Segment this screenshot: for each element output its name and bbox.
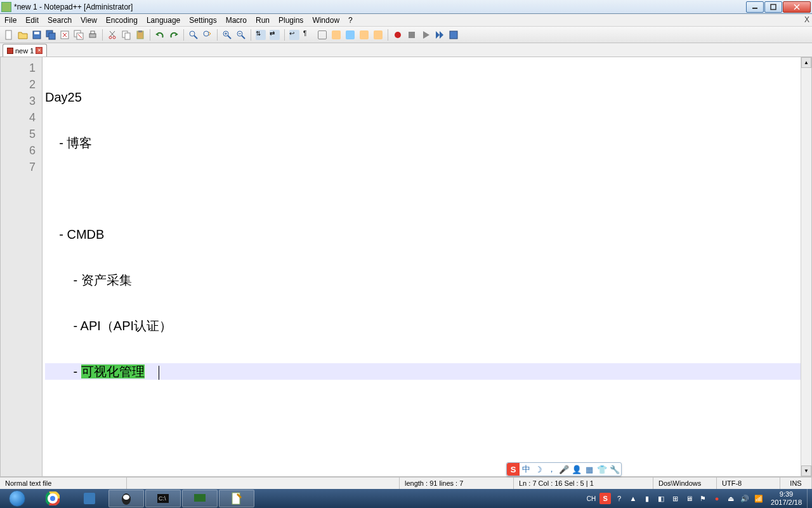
scroll-up-icon[interactable]: ▲ <box>801 57 811 68</box>
text-cursor <box>159 366 159 380</box>
vertical-scrollbar[interactable]: ▲ ▼ <box>801 57 811 476</box>
copy-icon[interactable] <box>120 29 133 41</box>
mdi-close-button[interactable]: X <box>804 15 809 24</box>
menu-run[interactable]: Run <box>251 14 274 27</box>
open-file-icon[interactable] <box>16 29 29 41</box>
find-icon[interactable] <box>187 29 200 41</box>
user-lang-icon[interactable] <box>330 29 343 41</box>
menu-plugins[interactable]: Plugins <box>274 14 308 27</box>
menu-search[interactable]: Search <box>43 14 76 27</box>
svg-line-26 <box>194 36 197 39</box>
close-all-icon[interactable] <box>72 29 85 41</box>
ime-mic-icon[interactable]: 🎤 <box>558 463 570 476</box>
scroll-down-icon[interactable]: ▼ <box>801 465 811 476</box>
scroll-track[interactable] <box>801 68 811 465</box>
ime-lang-icon[interactable]: 中 <box>520 463 532 476</box>
folder-workspace-icon[interactable] <box>372 29 384 41</box>
taskbar-notepadpp[interactable] <box>219 490 254 507</box>
paste-icon[interactable] <box>134 29 147 41</box>
menu-view[interactable]: View <box>76 14 102 27</box>
start-button[interactable] <box>0 489 34 508</box>
tray-clock[interactable]: 9:39 2017/2/18 <box>766 490 807 507</box>
sync-v-icon[interactable]: ⇅ <box>254 29 267 41</box>
ime-punct-icon[interactable]: ， <box>545 463 558 476</box>
tray-monitor-icon[interactable]: 🖥 <box>683 493 695 504</box>
ime-skin-icon[interactable]: 👕 <box>596 463 608 476</box>
tray-lang[interactable]: CH <box>586 493 597 504</box>
tray-flag-icon[interactable]: ⚑ <box>697 493 709 504</box>
menu-file[interactable]: File <box>0 14 21 27</box>
menu-bar: File Edit Search View Encoding Language … <box>0 14 812 27</box>
print-icon[interactable] <box>86 29 99 41</box>
ime-logo-icon[interactable]: S <box>507 463 520 476</box>
ime-moon-icon[interactable]: ☽ <box>532 463 545 476</box>
taskbar-cmd[interactable]: C:\ <box>145 490 181 507</box>
editor[interactable]: 1 2 3 4 5 6 7 Day25 - 博客 - CMDB - 资产采集 -… <box>0 57 812 477</box>
code-area[interactable]: Day25 - 博客 - CMDB - 资产采集 - API（API认证） - … <box>43 57 811 476</box>
ime-toolbar[interactable]: S 中 ☽ ， 🎤 👤 ▦ 👕 🔧 <box>506 462 622 476</box>
play-macro-icon[interactable] <box>419 29 432 41</box>
tray-help-icon[interactable]: ? <box>613 493 625 504</box>
tray-shield-icon[interactable]: ▲ <box>627 493 639 504</box>
menu-encoding[interactable]: Encoding <box>102 14 142 27</box>
tab-close-icon[interactable]: × <box>36 47 43 54</box>
tray-app-icon[interactable]: ◧ <box>655 493 667 504</box>
save-all-icon[interactable] <box>44 29 57 41</box>
tray-ime-icon[interactable]: S <box>599 493 611 504</box>
stop-macro-icon[interactable] <box>405 29 418 41</box>
zoom-out-icon[interactable] <box>235 29 247 41</box>
title-bar: *new 1 - Notepad++ [Administrator] <box>0 0 812 14</box>
ime-tool-icon[interactable]: 🔧 <box>608 463 621 476</box>
menu-language[interactable]: Language <box>142 14 185 27</box>
tray-volume-icon[interactable]: 🔊 <box>739 493 750 504</box>
redo-icon[interactable] <box>167 29 180 41</box>
show-desktop-button[interactable] <box>807 489 812 508</box>
minimize-button[interactable] <box>746 1 764 13</box>
maximize-button[interactable] <box>764 1 782 13</box>
taskbar-app-2[interactable] <box>182 490 218 507</box>
ime-profile-icon[interactable]: 👤 <box>570 463 583 476</box>
save-icon[interactable] <box>30 29 43 41</box>
svg-point-18 <box>113 36 115 39</box>
line-number-gutter: 1 2 3 4 5 6 7 <box>1 57 43 476</box>
tray-network-icon[interactable]: ⊞ <box>669 493 681 504</box>
svg-rect-48 <box>194 494 206 502</box>
svg-point-42 <box>50 496 55 501</box>
func-list-icon[interactable] <box>358 29 370 41</box>
tray-record-icon[interactable]: ● <box>711 493 723 504</box>
menu-macro[interactable]: Macro <box>221 14 251 27</box>
show-all-chars-icon[interactable]: ¶ <box>302 29 315 41</box>
status-insert-mode: INS <box>780 478 812 489</box>
taskbar-qq[interactable] <box>108 490 144 507</box>
new-file-icon[interactable] <box>3 29 15 41</box>
doc-map-icon[interactable] <box>344 29 357 41</box>
tray-wifi-icon[interactable]: 📶 <box>753 493 764 504</box>
tray-eject-icon[interactable]: ⏏ <box>725 493 737 504</box>
wordwrap-icon[interactable]: ↩ <box>288 29 301 41</box>
zoom-in-icon[interactable] <box>221 29 233 41</box>
undo-icon[interactable] <box>154 29 166 41</box>
menu-edit[interactable]: Edit <box>21 14 43 27</box>
close-button[interactable] <box>783 1 811 13</box>
code-line <box>45 180 811 197</box>
cut-icon[interactable] <box>106 29 119 41</box>
ime-softkbd-icon[interactable]: ▦ <box>583 463 596 476</box>
taskbar-chrome[interactable] <box>35 490 70 507</box>
menu-settings[interactable]: Settings <box>185 14 221 27</box>
cmd-icon: C:\ <box>156 491 170 505</box>
system-tray: CH S ? ▲ ▮ ◧ ⊞ 🖥 ⚑ ● ⏏ 🔊 📶 9:39 2017/2/1… <box>584 489 812 508</box>
replace-icon[interactable] <box>201 29 214 41</box>
tab-new-1[interactable]: new 1 × <box>3 44 47 57</box>
taskbar-app-1[interactable] <box>72 490 107 507</box>
close-file-icon[interactable] <box>58 29 71 41</box>
sync-h-icon[interactable]: ⇄ <box>268 29 281 41</box>
indent-guide-icon[interactable] <box>316 29 329 41</box>
svg-rect-4 <box>6 30 11 39</box>
tab-bar: new 1 × <box>0 43 812 57</box>
menu-help[interactable]: ? <box>344 14 357 27</box>
record-macro-icon[interactable] <box>391 29 404 41</box>
menu-window[interactable]: Window <box>308 14 344 27</box>
save-macro-icon[interactable] <box>447 29 460 41</box>
tray-battery-icon[interactable]: ▮ <box>641 493 653 504</box>
play-multi-icon[interactable] <box>433 29 446 41</box>
